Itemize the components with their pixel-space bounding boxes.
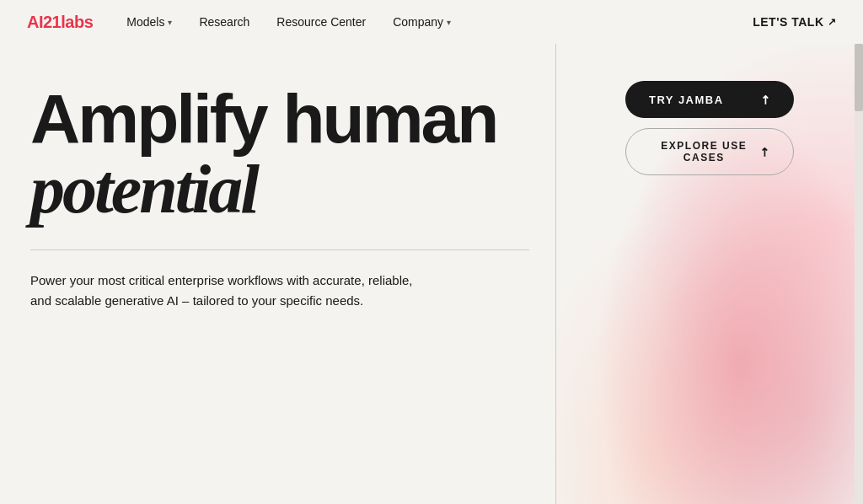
hero-title: Amplify human potential <box>30 84 529 226</box>
explore-use-cases-button[interactable]: EXPLORE USE CASES ↗ <box>625 128 794 175</box>
hero-divider <box>30 249 529 250</box>
scrollbar[interactable] <box>855 44 863 504</box>
nav-resource-center[interactable]: Resource Center <box>276 15 366 29</box>
try-jamba-button[interactable]: TRY JAMBA ↗ <box>625 81 794 118</box>
chevron-down-icon: ▾ <box>168 18 172 27</box>
arrow-icon: ↗ <box>756 91 774 109</box>
nav-company[interactable]: Company ▾ <box>393 15 451 29</box>
logo[interactable]: AI21labs <box>27 13 93 32</box>
lets-talk-button[interactable]: LET'S TALK ↗ <box>753 15 836 29</box>
right-panel: TRY JAMBA ↗ EXPLORE USE CASES ↗ <box>556 44 863 504</box>
navbar: AI21labs Models ▾ Research Resource Cent… <box>0 0 863 44</box>
left-panel: Amplify human potential Power your most … <box>0 44 556 504</box>
nav-links: Models ▾ Research Resource Center Compan… <box>126 15 753 29</box>
scrollbar-thumb[interactable] <box>855 44 863 111</box>
logo-suffix: labs <box>61 13 93 31</box>
chevron-down-icon: ▾ <box>447 18 451 27</box>
external-link-icon: ↗ <box>828 16 837 28</box>
logo-brand: AI21 <box>27 13 61 31</box>
main-content: Amplify human potential Power your most … <box>0 44 863 504</box>
nav-research[interactable]: Research <box>199 15 249 29</box>
vertical-separator <box>555 44 556 504</box>
nav-models[interactable]: Models ▾ <box>126 15 172 29</box>
hero-subtitle: Power your most critical enterprise work… <box>30 271 435 311</box>
